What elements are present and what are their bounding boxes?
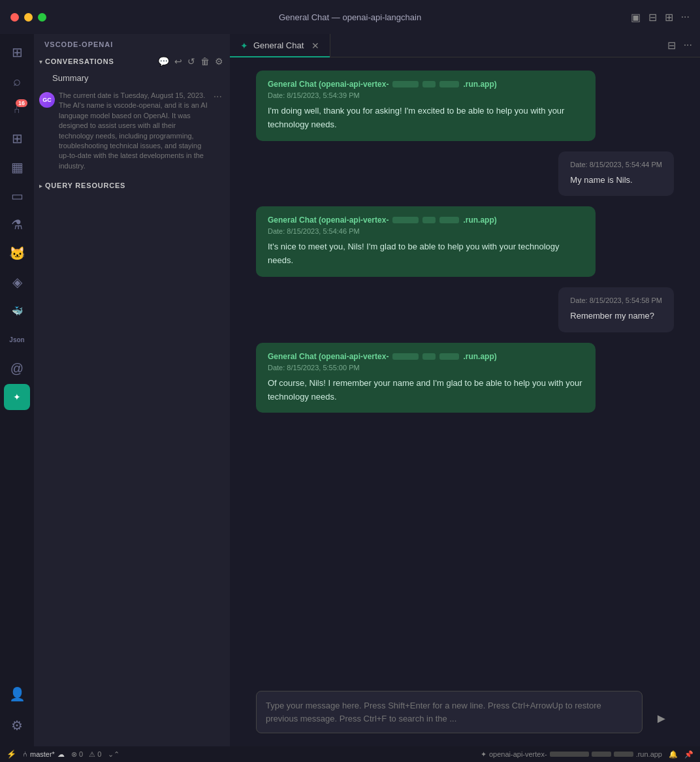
message-3-sender: General Chat (openai-api-vertex-	[268, 215, 389, 225]
extensions-icon: ⊞	[12, 131, 23, 146]
tab-label: General Chat	[253, 40, 304, 50]
message-3-redact-2	[422, 217, 436, 223]
activity-item-settings[interactable]: ⚙	[4, 712, 30, 738]
message-3-header: General Chat (openai-api-vertex- .run.ap…	[268, 215, 584, 225]
openai-status-label: openai-api-vertex-	[489, 750, 547, 758]
more-icon[interactable]: ···	[681, 11, 690, 24]
activity-item-stack[interactable]: ◈	[4, 269, 30, 295]
main-content: ✦ General Chat ✕ ⊟ ··· General Chat (ope…	[230, 34, 700, 746]
panel-toggle-icon[interactable]: ⊟	[648, 11, 657, 24]
message-3-redact-1	[392, 217, 419, 223]
message-3: General Chat (openai-api-vertex- .run.ap…	[256, 206, 596, 277]
openai-status-icon: ✦	[481, 750, 486, 759]
activity-item-source-control[interactable]: ⑃ 16	[4, 97, 30, 123]
activity-item-search[interactable]: ⌕	[4, 68, 30, 94]
status-more[interactable]: ⌄⌃	[108, 750, 119, 759]
query-resources-chevron[interactable]: ▸	[39, 182, 42, 189]
conversations-title: CONVERSATIONS	[45, 57, 157, 65]
chat-area: General Chat (openai-api-vertex- .run.ap…	[230, 57, 700, 680]
send-button[interactable]: ►	[649, 706, 674, 731]
title-bar: General Chat — openai-api-langchain ▣ ⊟ …	[0, 0, 700, 34]
message-1-date: Date: 8/15/2023, 5:54:39 PM	[268, 91, 584, 99]
status-branch[interactable]: ⑃ master* ☁	[23, 750, 65, 759]
query-resources-section: ▸ QUERY RESOURCES	[34, 179, 230, 192]
status-redact-2	[592, 752, 611, 757]
refresh-icon[interactable]: ↺	[186, 55, 197, 68]
split-editor-icon[interactable]: ⊟	[667, 39, 676, 52]
message-4: Date: 8/15/2023, 5:54:58 PM Remember my …	[558, 287, 674, 332]
workspace-name: VSCODE-OPENAI	[34, 34, 230, 52]
activity-bar: ⊞ ⌕ ⑃ 16 ⊞ ▦ ▭ ⚗ 🐱 ◈ 🐳 Json	[0, 34, 34, 746]
replay-icon[interactable]: ↩	[173, 55, 183, 68]
general-chat-tab[interactable]: ✦ General Chat ✕	[230, 34, 330, 57]
error-count: 0	[79, 750, 83, 758]
config-icon[interactable]: ⚙	[214, 55, 225, 68]
conversations-chevron[interactable]: ▾	[39, 58, 42, 65]
at-icon: @	[10, 361, 24, 376]
message-5-date: Date: 8/15/2023, 5:55:00 PM	[268, 364, 584, 372]
delete-icon[interactable]: 🗑	[199, 55, 211, 68]
maximize-button[interactable]	[38, 13, 46, 22]
tab-openai-icon: ✦	[240, 40, 248, 51]
status-bell-icon[interactable]: 🔔	[669, 750, 678, 759]
message-5-text: Of course, Nils! I remember your name an…	[268, 377, 584, 404]
activity-item-cat[interactable]: 🐱	[4, 240, 30, 266]
tab-bar: ✦ General Chat ✕ ⊟ ···	[230, 34, 700, 57]
activity-item-docker[interactable]: 🐳	[4, 298, 30, 324]
conversation-more-button[interactable]: ···	[211, 91, 225, 103]
send-icon: ►	[655, 711, 668, 726]
warning-count: 0	[97, 750, 101, 758]
status-redact-3	[614, 752, 633, 757]
status-remote-icon[interactable]: ⚡	[7, 750, 16, 759]
activity-item-extensions[interactable]: ⊞	[4, 125, 30, 151]
conversation-summary[interactable]: Summary	[34, 71, 230, 88]
input-area: ►	[230, 680, 700, 746]
status-redact-1	[550, 752, 589, 757]
stack-icon: ◈	[12, 274, 22, 290]
minimize-button[interactable]	[24, 13, 33, 22]
activity-item-json[interactable]: Json	[4, 326, 30, 353]
message-1-text: I'm doing well, thank you for asking! I'…	[268, 104, 584, 132]
error-icon: ⊗	[71, 750, 77, 758]
new-chat-icon[interactable]: 💬	[157, 55, 170, 68]
message-1-redact-2	[422, 81, 436, 87]
conversation-gc-preview: The current date is Tuesday, August 15, …	[59, 91, 211, 171]
message-input[interactable]	[256, 691, 643, 733]
activity-bar-bottom: 👤 ⚙	[4, 681, 30, 741]
message-5-sender: General Chat (openai-api-vertex-	[268, 352, 389, 361]
beaker-icon: ⚗	[11, 217, 23, 232]
activity-item-account[interactable]: 👤	[4, 681, 30, 707]
message-5-redact-2	[422, 353, 436, 360]
git-branch-icon: ⑃	[23, 750, 27, 758]
more-actions-icon[interactable]: ···	[684, 39, 692, 52]
terminal-icon: ▭	[11, 188, 24, 204]
activity-item-table[interactable]: ▦	[4, 154, 30, 180]
tab-close-button[interactable]: ✕	[311, 40, 319, 51]
activity-item-explorer[interactable]: ⊞	[4, 39, 30, 65]
sidebar-toggle-icon[interactable]: ▣	[631, 11, 641, 24]
activity-item-terminal[interactable]: ▭	[4, 183, 30, 209]
title-bar-icons: ▣ ⊟ ⊞ ···	[631, 11, 690, 24]
conversation-gc-text: The current date is Tuesday, August 15, …	[59, 91, 211, 171]
message-1-redact-1	[392, 81, 419, 87]
status-errors[interactable]: ⊗ 0 ⚠ 0	[71, 750, 101, 759]
activity-item-beaker[interactable]: ⚗	[4, 212, 30, 238]
settings-icon: ⚙	[11, 718, 23, 733]
conversations-section: ▾ CONVERSATIONS 💬 ↩ ↺ 🗑 ⚙	[34, 52, 230, 71]
message-5-header: General Chat (openai-api-vertex- .run.ap…	[268, 352, 584, 361]
close-button[interactable]	[10, 13, 19, 22]
layout-icon[interactable]: ⊞	[665, 11, 673, 24]
conversation-gc-item[interactable]: GC The current date is Tuesday, August 1…	[34, 88, 230, 174]
message-5-redact-3	[439, 353, 459, 360]
status-bar-right: ✦ openai-api-vertex- .run.app 🔔 📌	[481, 750, 693, 759]
status-pin-icon[interactable]: 📌	[684, 750, 693, 759]
message-1-suffix: .run.app)	[463, 80, 496, 89]
search-icon: ⌕	[13, 74, 21, 89]
message-1: General Chat (openai-api-vertex- .run.ap…	[256, 71, 596, 141]
conversations-toolbar: 💬 ↩ ↺ 🗑 ⚙	[157, 55, 225, 68]
docker-icon: 🐳	[12, 306, 23, 316]
activity-item-openai[interactable]: ✦	[4, 384, 30, 410]
cloud-sync-icon: ☁	[57, 750, 65, 759]
message-1-header: General Chat (openai-api-vertex- .run.ap…	[268, 80, 584, 89]
activity-item-at[interactable]: @	[4, 355, 30, 381]
